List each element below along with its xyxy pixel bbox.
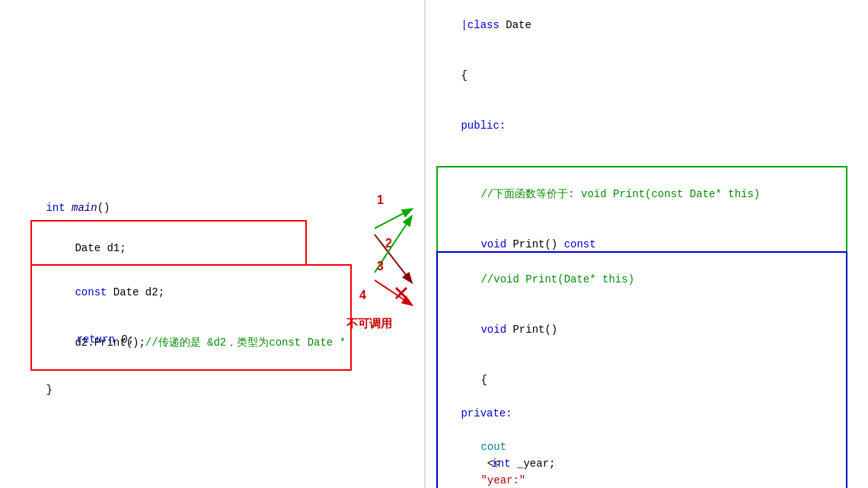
svg-text:4: 4	[359, 289, 366, 301]
svg-line-10	[396, 288, 407, 298]
brace1-line: {	[423, 50, 790, 100]
right-code-bottom: private: int _year; int _month; int _day…	[423, 388, 562, 488]
svg-text:3: 3	[377, 260, 384, 273]
comment-print2-line: //void Print(Date* this)	[442, 254, 841, 305]
svg-line-7	[375, 280, 411, 305]
svg-line-9	[396, 288, 407, 298]
d2-line1: const Date d2;	[37, 267, 346, 317]
svg-line-5	[375, 217, 411, 273]
comment-print-line: //下面函数等价于: void Print(const Date* this)	[442, 169, 841, 219]
public-line: public:	[423, 100, 790, 151]
private-line: private:	[423, 388, 562, 439]
int-year-line: int _year;	[423, 439, 562, 488]
return-line: return 0;	[8, 314, 134, 365]
svg-line-1	[375, 209, 411, 228]
svg-text:2: 2	[385, 237, 392, 250]
svg-text:不可调用: 不可调用	[346, 317, 392, 330]
svg-text:1: 1	[377, 193, 384, 206]
left-brace-close: }	[8, 365, 134, 415]
code-area: |class Date { public: //构造函数 |Date(int y…	[0, 0, 868, 488]
left-code-bottom: return 0; }	[8, 314, 134, 415]
svg-line-3	[375, 234, 411, 282]
class-decl-line: |class Date	[423, 0, 790, 50]
print-sig-line: void Print()	[442, 305, 841, 355]
